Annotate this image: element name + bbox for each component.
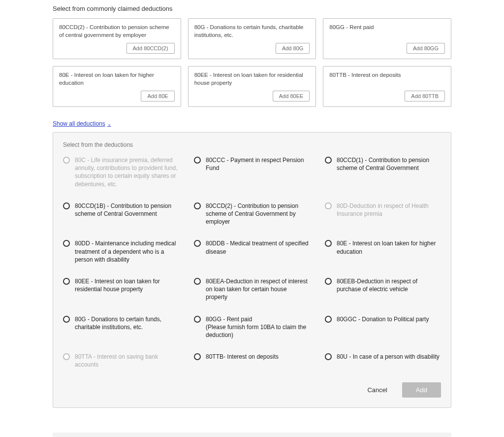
radio-icon — [63, 157, 70, 164]
add-deduction-button[interactable]: Add 80G — [276, 43, 310, 54]
deduction-option-label: 80GGC - Donation to Political party — [337, 315, 429, 323]
common-deductions-grid: 80CCD(2) - Contribution to pension schem… — [53, 18, 451, 107]
radio-icon — [63, 353, 70, 360]
add-deduction-button[interactable]: Add 80EE — [273, 91, 310, 101]
deduction-card-title: 80TTB - Interest on deposits — [329, 71, 445, 79]
radio-icon — [194, 353, 201, 360]
total-deductions-bar: Total Deductions See Details › ₹ 1,50,00… — [53, 433, 451, 437]
radio-icon — [63, 202, 70, 209]
deduction-option-label: 80EE - Interest on loan taken for reside… — [75, 277, 179, 293]
add-button[interactable]: Add — [402, 382, 441, 398]
add-deduction-button[interactable]: Add 80CCD(2) — [126, 43, 175, 54]
panel-actions: Cancel Add — [63, 382, 441, 398]
deduction-option[interactable]: 80EEA-Deduction in respect of interest o… — [194, 277, 310, 302]
deduction-option-label: 80E - Interest on loan taken for higher … — [337, 239, 441, 255]
radio-icon — [194, 202, 201, 209]
deduction-option-label: 80DDB - Medical treatment of specified d… — [206, 239, 310, 255]
deduction-options-grid: 80C - Life insurance premia, deferred an… — [63, 156, 441, 369]
deduction-option-label: 80CCD(1B) - Contribution to pension sche… — [75, 202, 179, 218]
deduction-option-label: 80U - In case of a person with disabilit… — [337, 353, 440, 361]
deduction-option[interactable]: 80CCD(2) - Contribution to pension schem… — [194, 202, 310, 226]
add-deduction-button[interactable]: Add 80GG — [407, 43, 445, 54]
add-deduction-button[interactable]: Add 80TTB — [405, 91, 445, 101]
radio-icon — [325, 353, 332, 360]
deduction-option-label: 80GG - Rent paid (Please furnish form 10… — [206, 315, 310, 339]
deduction-option: 80C - Life insurance premia, deferred an… — [63, 156, 179, 188]
deduction-option[interactable]: 80EEB-Deduction in respect of purchase o… — [325, 277, 441, 302]
deduction-card: 80EE - Interest on loan taken for reside… — [188, 66, 316, 107]
deduction-card-title: 80GG - Rent paid — [329, 24, 445, 32]
radio-icon — [325, 278, 332, 285]
radio-icon — [63, 316, 70, 323]
deduction-option[interactable]: 80U - In case of a person with disabilit… — [325, 353, 441, 369]
radio-icon — [325, 202, 332, 209]
deduction-option[interactable]: 80GG - Rent paid (Please furnish form 10… — [194, 315, 310, 339]
deduction-card: 80E - Interest on loan taken for higher … — [53, 66, 181, 107]
deduction-option[interactable]: 80DDB - Medical treatment of specified d… — [194, 239, 310, 264]
deduction-option: 80D-Deduction in respect of Health Insur… — [325, 202, 441, 226]
radio-icon — [194, 316, 201, 323]
radio-icon — [63, 278, 70, 285]
deduction-option-label: 80EEB-Deduction in respect of purchase o… — [337, 277, 441, 293]
radio-icon — [63, 240, 70, 247]
panel-title: Select from the deductions — [63, 141, 441, 148]
cancel-button[interactable]: Cancel — [362, 382, 392, 398]
deduction-card-title: 80E - Interest on loan taken for higher … — [59, 71, 175, 87]
deduction-option[interactable]: 80GGC - Donation to Political party — [325, 315, 441, 339]
deduction-option-label: 80C - Life insurance premia, deferred an… — [75, 156, 179, 188]
deduction-option-label: 80EEA-Deduction in respect of interest o… — [206, 277, 310, 302]
deduction-option[interactable]: 80DD - Maintenance including medical tre… — [63, 239, 179, 264]
deductions-panel: Select from the deductions 80C - Life in… — [53, 132, 451, 408]
deduction-option[interactable]: 80CCD(1B) - Contribution to pension sche… — [63, 202, 179, 226]
deduction-card-title: 80EE - Interest on loan taken for reside… — [194, 71, 310, 87]
deduction-option[interactable]: 80TTB- Interest on deposits — [194, 353, 310, 369]
deduction-option-label: 80D-Deduction in respect of Health Insur… — [337, 202, 441, 218]
deduction-option[interactable]: 80CCD(1) - Contribution to pension schem… — [325, 156, 441, 188]
deduction-option-label: 80CCD(1) - Contribution to pension schem… — [337, 156, 441, 172]
show-all-label: Show all deductions — [53, 120, 105, 127]
deduction-option-label: 80TTA - Interest on saving bank accounts — [75, 353, 179, 369]
deduction-card-title: 80G - Donations to certain funds, charit… — [194, 24, 310, 39]
deduction-option-label: 80CCC - Payment in respect Pension Fund — [206, 156, 310, 172]
add-deduction-button[interactable]: Add 80E — [141, 91, 174, 101]
deduction-option[interactable]: 80E - Interest on loan taken for higher … — [325, 239, 441, 264]
deduction-option[interactable]: 80G - Donations to certain funds, charit… — [63, 315, 179, 339]
deduction-card: 80TTB - Interest on depositsAdd 80TTB — [323, 66, 451, 107]
deduction-card: 80CCD(2) - Contribution to pension schem… — [53, 18, 181, 59]
deduction-card: 80G - Donations to certain funds, charit… — [188, 18, 316, 59]
section-title: Select from commonly claimed deductions — [53, 5, 451, 12]
deduction-card-title: 80CCD(2) - Contribution to pension schem… — [59, 24, 175, 39]
radio-icon — [325, 316, 332, 323]
radio-icon — [194, 240, 201, 247]
deduction-option-label: 80CCD(2) - Contribution to pension schem… — [206, 202, 310, 226]
radio-icon — [194, 278, 201, 285]
deduction-option-label: 80DD - Maintenance including medical tre… — [75, 239, 179, 264]
deduction-option: 80TTA - Interest on saving bank accounts — [63, 353, 179, 369]
deduction-option-label: 80TTB- Interest on deposits — [206, 353, 279, 361]
radio-icon — [325, 240, 332, 247]
deduction-option[interactable]: 80CCC - Payment in respect Pension Fund — [194, 156, 310, 188]
radio-icon — [325, 157, 332, 164]
radio-icon — [194, 157, 201, 164]
deduction-option[interactable]: 80EE - Interest on loan taken for reside… — [63, 277, 179, 302]
deduction-card: 80GG - Rent paidAdd 80GG — [323, 18, 451, 59]
deduction-option-label: 80G - Donations to certain funds, charit… — [75, 315, 179, 331]
chevron-down-icon: ⌄ — [107, 121, 111, 127]
show-all-deductions-toggle[interactable]: Show all deductions ⌄ — [53, 120, 111, 127]
